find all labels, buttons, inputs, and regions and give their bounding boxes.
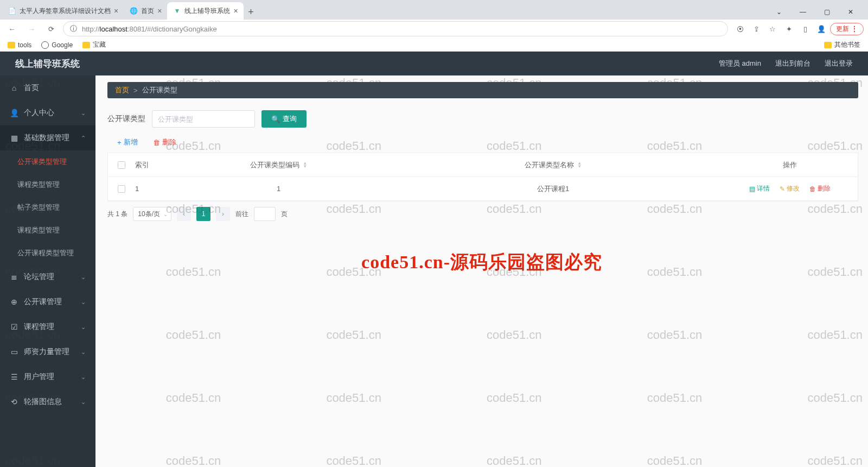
sidebar-item-label: 师资力量管理 xyxy=(24,347,69,357)
sidebar-item-home[interactable]: ⌂ 首页 xyxy=(0,75,95,100)
header-admin[interactable]: 管理员 admin xyxy=(719,59,761,68)
sidebar-item-label: 个人中心 xyxy=(24,108,54,118)
goto-label: 前往 xyxy=(235,210,248,219)
reload-icon[interactable]: ⟳ xyxy=(43,21,59,36)
globe-icon: 🌐 xyxy=(129,7,138,15)
th-index: 索引 xyxy=(135,160,173,170)
list-icon: ≣ xyxy=(10,273,18,281)
reading-list-icon[interactable]: ▯ xyxy=(797,21,813,36)
row-checkbox[interactable] xyxy=(118,185,125,193)
forward-icon[interactable]: → xyxy=(24,21,39,36)
trash-icon: 🗑 xyxy=(153,138,160,147)
row-detail-button[interactable]: ▤详情 xyxy=(749,184,770,193)
sidebar-item-gongkaike[interactable]: ⊕ 公开课管理 ⌄ xyxy=(0,289,95,314)
star-icon[interactable]: ☆ xyxy=(765,21,780,36)
data-table: 索引 公开课类型编码▲▼ 公开课类型名称▲▼ 操作 1 1 公开课程1 ▤详情 … xyxy=(107,153,858,201)
th-code[interactable]: 公开课类型编码▲▼ xyxy=(173,160,384,170)
dropdown-icon[interactable]: ⌄ xyxy=(768,4,790,20)
chevron-down-icon: ⌄ xyxy=(81,399,86,406)
user-icon: 👤 xyxy=(10,109,18,117)
sort-icon: ▲▼ xyxy=(303,162,307,168)
tab-title: 太平人寿签章系统详细设计文档 xyxy=(20,7,111,16)
add-button[interactable]: +新增 xyxy=(117,137,138,147)
sidebar-item-user[interactable]: ☰ 用户管理 ⌄ xyxy=(0,364,95,389)
chevron-down-icon: ⌄ xyxy=(81,349,86,356)
sidebar-item-course[interactable]: ☑ 课程管理 ⌄ xyxy=(0,314,95,339)
target-icon: ⊕ xyxy=(10,298,18,306)
search-icon: 🔍 xyxy=(271,115,280,123)
chevron-down-icon: ⌄ xyxy=(163,211,168,217)
update-button[interactable]: 更新⋮ xyxy=(830,23,864,35)
page-number[interactable]: 1 xyxy=(196,207,210,221)
close-icon[interactable]: × xyxy=(114,7,118,15)
breadcrumb-home[interactable]: 首页 xyxy=(115,85,129,95)
translate-icon[interactable]: ⦿ xyxy=(732,21,748,36)
header-logout[interactable]: 退出登录 xyxy=(825,59,853,68)
tab-title: 线上辅导班系统 xyxy=(184,7,230,16)
url-text: http://localhost:8081/#/dictionaryGongka… xyxy=(82,25,217,33)
trash-icon: 🗑 xyxy=(809,185,816,193)
search-label: 公开课类型 xyxy=(107,114,145,124)
sidebar-sub-post-type[interactable]: 帖子类型管理 xyxy=(0,196,95,219)
sidebar-item-label: 课程管理 xyxy=(24,322,54,332)
app-body: ⌂ 首页 👤 个人中心 ⌄ ▦ 基础数据管理 ⌃ 公开课类型管理 课程类型管理 … xyxy=(0,75,868,467)
chevron-down-icon: ⌄ xyxy=(81,299,86,306)
sidebar-sub-course-type2[interactable]: 课程类型管理 xyxy=(0,219,95,242)
header-to-front[interactable]: 退出到前台 xyxy=(775,59,810,68)
row-edit-button[interactable]: ✎修改 xyxy=(780,184,800,193)
grid-icon: ▦ xyxy=(10,134,18,142)
goto-input[interactable] xyxy=(254,207,276,221)
new-tab-button[interactable]: + xyxy=(244,4,259,20)
sidebar-item-teacher[interactable]: ▭ 师资力量管理 ⌄ xyxy=(0,339,95,364)
breadcrumb-current: 公开课类型 xyxy=(142,85,177,95)
folder-icon xyxy=(82,42,90,48)
select-all-checkbox[interactable] xyxy=(118,161,125,169)
search-button[interactable]: 🔍 查询 xyxy=(261,110,307,128)
extensions-icon[interactable]: ✦ xyxy=(781,21,796,36)
browser-tab-0[interactable]: 📄 太平人寿签章系统详细设计文档 × xyxy=(2,2,124,20)
browser-tab-1[interactable]: 🌐 首页 × xyxy=(124,2,167,20)
content-area: 首页 > 公开课类型 公开课类型 🔍 查询 +新增 🗑删除 索引 公开课类型编码… xyxy=(95,75,868,467)
table-header: 索引 公开课类型编码▲▼ 公开课类型名称▲▼ 操作 xyxy=(108,153,858,177)
next-page-button[interactable]: › xyxy=(216,207,230,221)
back-icon[interactable]: ← xyxy=(4,21,20,36)
other-bookmarks[interactable]: 其他书签 xyxy=(824,40,860,49)
row-delete-button[interactable]: 🗑删除 xyxy=(809,184,831,193)
maximize-icon[interactable]: ▢ xyxy=(816,4,838,20)
profile-icon[interactable]: 👤 xyxy=(814,21,829,36)
globe-icon xyxy=(41,41,49,49)
sidebar-sub-gongkai-course-type[interactable]: 公开课程类型管理 xyxy=(0,242,95,264)
chevron-up-icon: ⌃ xyxy=(81,135,86,142)
sidebar-item-forum[interactable]: ≣ 论坛管理 ⌄ xyxy=(0,264,95,289)
bookmark-tools[interactable]: tools xyxy=(8,41,31,49)
close-icon[interactable]: × xyxy=(233,7,238,15)
sidebar-item-profile[interactable]: 👤 个人中心 ⌄ xyxy=(0,100,95,125)
window-close-icon[interactable]: ✕ xyxy=(840,4,861,20)
chevron-down-icon: ⌄ xyxy=(81,110,86,117)
app-header: 线上辅导班系统 管理员 admin 退出到前台 退出登录 xyxy=(0,52,868,75)
share-icon[interactable]: ⇪ xyxy=(749,21,764,36)
minimize-icon[interactable]: — xyxy=(792,4,814,20)
sidebar-item-label: 用户管理 xyxy=(24,372,54,382)
delete-button[interactable]: 🗑删除 xyxy=(153,137,176,147)
app-title: 线上辅导班系统 xyxy=(15,58,80,70)
close-icon[interactable]: × xyxy=(157,7,162,15)
bars-icon: ☰ xyxy=(10,373,18,381)
sidebar-sub-gongkai-type[interactable]: 公开课类型管理 xyxy=(0,150,95,173)
sidebar-item-label: 首页 xyxy=(24,83,39,93)
prev-page-button[interactable]: ‹ xyxy=(177,207,191,221)
url-input[interactable]: ⓘ http://localhost:8081/#/dictionaryGong… xyxy=(63,21,728,36)
sidebar-item-basedata[interactable]: ▦ 基础数据管理 ⌃ xyxy=(0,125,95,150)
th-name[interactable]: 公开课类型名称▲▼ xyxy=(384,160,722,170)
sidebar-item-label: 基础数据管理 xyxy=(24,133,69,143)
sidebar-sub-course-type[interactable]: 课程类型管理 xyxy=(0,173,95,196)
info-icon: ⓘ xyxy=(69,24,78,34)
sidebar-item-carousel[interactable]: ⟲ 轮播图信息 ⌄ xyxy=(0,389,95,414)
bookmark-google[interactable]: Google xyxy=(41,41,73,49)
browser-chrome: 📄 太平人寿签章系统详细设计文档 × 🌐 首页 × ▼ 线上辅导班系统 × + … xyxy=(0,0,868,52)
device-icon: ▭ xyxy=(10,348,18,356)
bookmark-baozang[interactable]: 宝藏 xyxy=(82,40,106,49)
search-input[interactable] xyxy=(152,110,255,128)
browser-tab-2[interactable]: ▼ 线上辅导班系统 × xyxy=(167,2,243,20)
per-page-select[interactable]: 10条/页⌄ xyxy=(133,207,171,221)
